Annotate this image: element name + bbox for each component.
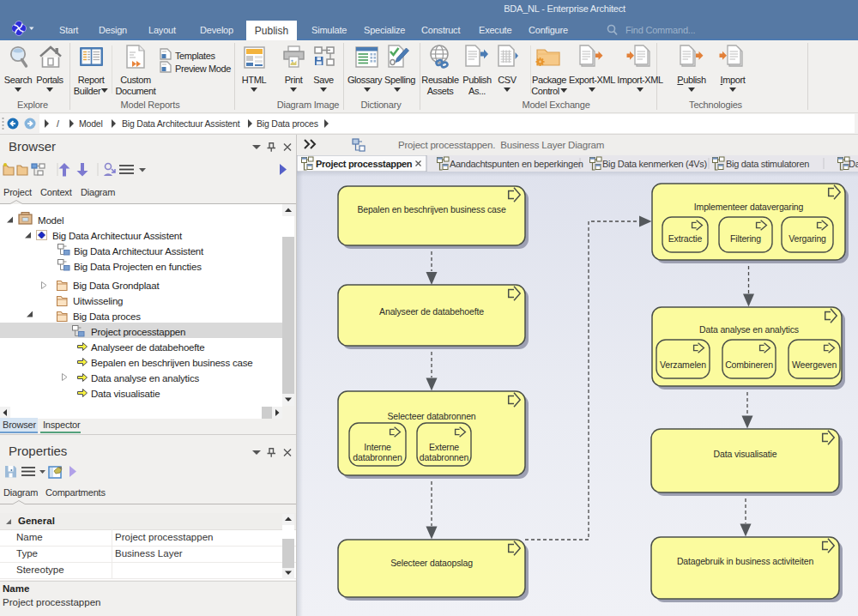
svg-text:Bepalen en beschrijven busines: Bepalen en beschrijven business case (91, 358, 252, 368)
svg-text:Data visualisatie: Data visualisatie (714, 449, 777, 459)
svg-text:Analyseer de databehoefte: Analyseer de databehoefte (91, 342, 204, 353)
svg-text:Analyseer de databehoefte: Analyseer de databehoefte (379, 306, 484, 317)
svg-text:databronnen: databronnen (353, 452, 402, 462)
svg-text:Big Data Architectuur Assisten: Big Data Architectuur Assistent (122, 118, 240, 129)
svg-text:Selecteer databronnen: Selecteer databronnen (387, 411, 475, 421)
svg-text:Big Data proces: Big Data proces (257, 118, 318, 129)
svg-text:Datagebruik in business activi: Datagebruik in business activiteiten (677, 556, 814, 566)
svg-text:Big Data Architectuur Assisten: Big Data Architectuur Assistent (74, 246, 204, 257)
svg-text:Filtering: Filtering (730, 233, 761, 244)
svg-text:Vergaring: Vergaring (789, 233, 826, 244)
svg-text:Extractie: Extractie (668, 233, 703, 244)
svg-text:Big data stimulatoren: Big data stimulatoren (726, 159, 809, 169)
svg-text:Data o: Data o (849, 159, 858, 169)
svg-text:Data analyse en analytics: Data analyse en analytics (91, 373, 199, 383)
svg-text:Big Data Architectuur Assisten: Big Data Architectuur Assistent (52, 231, 183, 241)
svg-text:Weergeven: Weergeven (792, 359, 837, 370)
svg-text:Bepalen en beschrijven busines: Bepalen en beschrijven business case (357, 204, 506, 214)
svg-text:Selecteer dataopslag: Selecteer dataopslag (390, 558, 473, 568)
svg-text:Data analyse en analytics: Data analyse en analytics (699, 324, 799, 335)
svg-text:Project processtappen: Project processtappen (316, 159, 413, 169)
svg-text:Aandachtspunten en beperkingen: Aandachtspunten en beperkingen (450, 159, 583, 169)
svg-text:Model: Model (38, 215, 63, 226)
svg-text:Big Data proces: Big Data proces (73, 311, 141, 322)
svg-text:databronnen: databronnen (420, 452, 469, 462)
svg-text:/: / (57, 118, 59, 129)
svg-text:Big Data kenmerken (4Vs): Big Data kenmerken (4Vs) (602, 159, 707, 169)
svg-text:Verzamelen: Verzamelen (660, 359, 706, 370)
svg-text:Big Data Grondplaat: Big Data Grondplaat (73, 281, 160, 291)
svg-text:Externe: Externe (429, 442, 459, 452)
svg-text:Project processtappen: Project processtappen (91, 327, 185, 337)
svg-text:Implementeer datavergaring: Implementeer datavergaring (694, 202, 804, 212)
svg-text:Big Data Projecten en functies: Big Data Projecten en functies (74, 262, 202, 272)
svg-text:Interne: Interne (364, 442, 391, 452)
svg-text:Data visualisatie: Data visualisatie (91, 389, 160, 399)
svg-text:Model: Model (79, 118, 103, 129)
svg-text:Combineren: Combineren (725, 359, 773, 370)
svg-text:Uitwisseling: Uitwisseling (73, 296, 123, 306)
